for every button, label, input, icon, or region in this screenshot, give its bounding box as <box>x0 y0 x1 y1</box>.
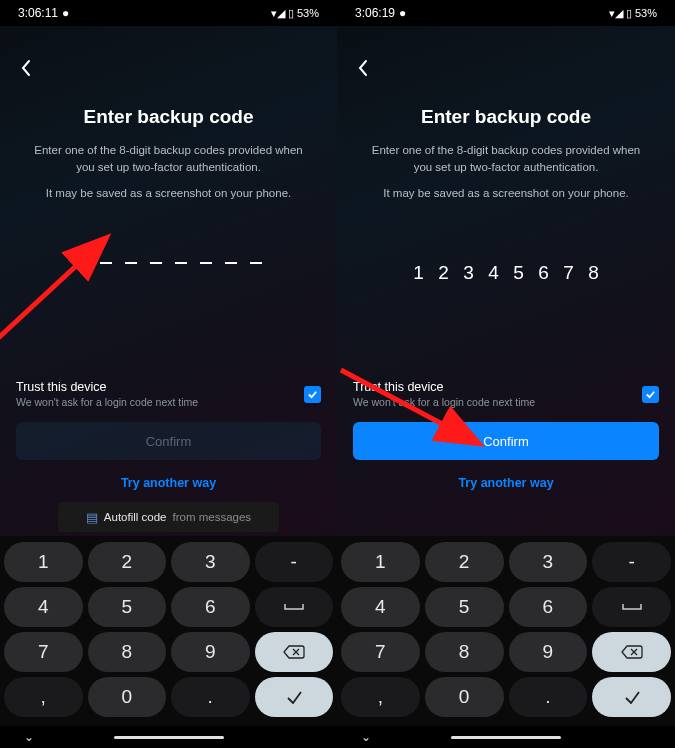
key-8[interactable]: 8 <box>88 632 167 672</box>
subtitle: Enter one of the 8-digit backup codes pr… <box>16 142 321 175</box>
key-0[interactable]: 0 <box>88 677 167 717</box>
trust-checkbox[interactable] <box>642 386 659 403</box>
trust-checkbox[interactable] <box>304 386 321 403</box>
key-4[interactable]: 4 <box>4 587 83 627</box>
try-another-way-link[interactable]: Try another way <box>353 470 659 502</box>
code-digit: 5 <box>513 262 525 284</box>
nav-bar: ⌄ <box>0 726 337 748</box>
try-another-way-link[interactable]: Try another way <box>16 470 321 502</box>
key-2[interactable]: 2 <box>88 542 167 582</box>
key-9[interactable]: 9 <box>509 632 588 672</box>
trust-title: Trust this device <box>353 380 535 394</box>
screen-empty-code: 3:06:11 ● ▾◢ ▯ 53% Enter backup code Ent… <box>0 0 337 748</box>
status-time: 3:06:19 <box>355 6 395 20</box>
wifi-icon: ▾◢ <box>609 7 623 20</box>
key-2[interactable]: 2 <box>425 542 504 582</box>
numeric-keypad: 1 2 3 - 4 5 6 7 8 9 , 0 . <box>0 536 337 726</box>
key-enter[interactable] <box>592 677 671 717</box>
code-digit: 6 <box>538 262 550 284</box>
autofill-suggestion[interactable]: ▤ Autofill code from messages <box>58 502 279 532</box>
status-time: 3:06:11 <box>18 6 58 20</box>
key-dash[interactable]: - <box>255 542 334 582</box>
status-bar: 3:06:19 ● ▾◢ ▯ 53% <box>337 0 675 26</box>
confirm-button[interactable]: Confirm <box>353 422 659 460</box>
key-1[interactable]: 1 <box>4 542 83 582</box>
key-9[interactable]: 9 <box>171 632 250 672</box>
key-3[interactable]: 3 <box>171 542 250 582</box>
trust-device-row: Trust this device We won't ask for a log… <box>353 376 659 422</box>
key-comma[interactable]: , <box>341 677 420 717</box>
key-6[interactable]: 6 <box>509 587 588 627</box>
battery-pct: 53% <box>297 7 319 19</box>
battery-pct: 53% <box>635 7 657 19</box>
key-0[interactable]: 0 <box>425 677 504 717</box>
battery-icon: ▯ <box>288 7 294 20</box>
wifi-icon: ▾◢ <box>271 7 285 20</box>
key-dash[interactable]: - <box>592 542 671 582</box>
page-title: Enter backup code <box>353 106 659 128</box>
trust-sub: We won't ask for a login code next time <box>353 396 535 408</box>
nav-bar: ⌄ <box>337 726 675 748</box>
key-space[interactable] <box>255 587 334 627</box>
notification-dot-icon: ● <box>62 6 69 20</box>
trust-sub: We won't ask for a login code next time <box>16 396 198 408</box>
key-backspace[interactable] <box>255 632 334 672</box>
key-1[interactable]: 1 <box>341 542 420 582</box>
key-4[interactable]: 4 <box>341 587 420 627</box>
key-comma[interactable]: , <box>4 677 83 717</box>
code-digit: 3 <box>463 262 475 284</box>
code-digit: 8 <box>588 262 600 284</box>
home-handle[interactable] <box>451 736 561 739</box>
key-5[interactable]: 5 <box>425 587 504 627</box>
subtitle: Enter one of the 8-digit backup codes pr… <box>353 142 659 175</box>
back-button[interactable] <box>351 56 375 80</box>
key-6[interactable]: 6 <box>171 587 250 627</box>
notification-dot-icon: ● <box>399 6 406 20</box>
sms-icon: ▤ <box>86 510 98 525</box>
trust-title: Trust this device <box>16 380 198 394</box>
key-backspace[interactable] <box>592 632 671 672</box>
key-5[interactable]: 5 <box>88 587 167 627</box>
key-8[interactable]: 8 <box>425 632 504 672</box>
code-digit: 4 <box>488 262 500 284</box>
code-digit: 2 <box>438 262 450 284</box>
status-bar: 3:06:11 ● ▾◢ ▯ 53% <box>0 0 337 26</box>
trust-device-row: Trust this device We won't ask for a log… <box>16 376 321 422</box>
key-space[interactable] <box>592 587 671 627</box>
key-period[interactable]: . <box>509 677 588 717</box>
key-enter[interactable] <box>255 677 334 717</box>
key-7[interactable]: 7 <box>341 632 420 672</box>
page-title: Enter backup code <box>16 106 321 128</box>
keyboard-collapse-icon[interactable]: ⌄ <box>361 730 371 744</box>
code-input[interactable]: 1 2 3 4 5 6 7 8 <box>353 262 659 284</box>
key-3[interactable]: 3 <box>509 542 588 582</box>
key-7[interactable]: 7 <box>4 632 83 672</box>
code-digit: 7 <box>563 262 575 284</box>
battery-icon: ▯ <box>626 7 632 20</box>
hint-text: It may be saved as a screenshot on your … <box>353 185 659 202</box>
screen-filled-code: 3:06:19 ● ▾◢ ▯ 53% Enter backup code Ent… <box>337 0 675 748</box>
home-handle[interactable] <box>114 736 224 739</box>
keyboard-collapse-icon[interactable]: ⌄ <box>24 730 34 744</box>
code-digit: 1 <box>413 262 425 284</box>
hint-text: It may be saved as a screenshot on your … <box>16 185 321 202</box>
key-period[interactable]: . <box>171 677 250 717</box>
back-button[interactable] <box>14 56 38 80</box>
confirm-button[interactable]: Confirm <box>16 422 321 460</box>
numeric-keypad: 1 2 3 - 4 5 6 7 8 9 , 0 . <box>337 536 675 726</box>
